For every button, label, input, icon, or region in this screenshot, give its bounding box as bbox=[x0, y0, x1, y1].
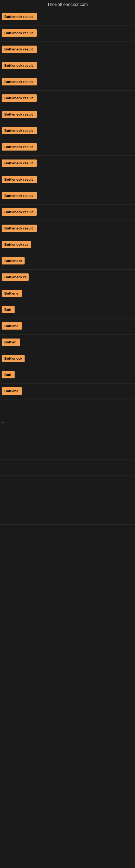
spacer-row-7 bbox=[0, 492, 135, 508]
bottleneck-row: Bottlen bbox=[0, 335, 135, 351]
bottleneck-badge[interactable]: Bottleneck result bbox=[2, 29, 37, 37]
bottleneck-row: Bottleneck res bbox=[0, 237, 135, 253]
bottleneck-badge[interactable]: Bottleneck res bbox=[2, 241, 31, 248]
bottleneck-row: Bottleneck re bbox=[0, 270, 135, 286]
bottleneck-badge[interactable]: Bottleneck result bbox=[2, 45, 37, 53]
bottleneck-row: Bottleneck result bbox=[0, 205, 135, 221]
spacer-row bbox=[0, 400, 135, 416]
bottleneck-badge[interactable]: Bott bbox=[2, 306, 14, 313]
bottleneck-badge[interactable]: Bottleneck bbox=[2, 355, 25, 362]
spacer-row-3 bbox=[0, 427, 135, 443]
bottleneck-badge[interactable]: Bottlene bbox=[2, 290, 22, 297]
bottleneck-row: Bottleneck result bbox=[0, 107, 135, 123]
bottleneck-badge[interactable]: Bottleneck result bbox=[2, 176, 37, 183]
bottleneck-row: Bottleneck result bbox=[0, 123, 135, 140]
bottleneck-row: Bottleneck result bbox=[0, 58, 135, 74]
bottleneck-row: Bottleneck result bbox=[0, 140, 135, 156]
bottleneck-badge[interactable]: Bottleneck result bbox=[2, 78, 37, 86]
bottleneck-badge[interactable]: Bottlene bbox=[2, 322, 22, 330]
bottleneck-badge[interactable]: Bottlene bbox=[2, 388, 22, 395]
site-title: TheBottlenecker.com bbox=[0, 0, 135, 9]
bottleneck-badge[interactable]: Bottleneck result bbox=[2, 159, 37, 167]
bottleneck-row: Bottlene bbox=[0, 383, 135, 400]
bottleneck-row: Bottleneck result bbox=[0, 156, 135, 172]
spacer-row-8 bbox=[0, 508, 135, 525]
spacer-row-2: ... bbox=[0, 416, 135, 427]
bottleneck-row: Bottleneck result bbox=[0, 42, 135, 58]
bottleneck-badge[interactable]: Bottleneck result bbox=[2, 62, 37, 69]
spacer-row-6 bbox=[0, 476, 135, 492]
bottleneck-badge[interactable]: Bottleneck result bbox=[2, 94, 37, 102]
bottleneck-row: Bottleneck result bbox=[0, 221, 135, 237]
page-wrapper: TheBottlenecker.com Bottleneck resultBot… bbox=[0, 0, 135, 541]
bottleneck-badge[interactable]: Bottleneck result bbox=[2, 111, 37, 118]
bottleneck-row: Bottleneck result bbox=[0, 26, 135, 42]
ellipsis: ... bbox=[1, 417, 6, 426]
bottleneck-row: Bottleneck result bbox=[0, 74, 135, 91]
bottleneck-row: Bottleneck bbox=[0, 253, 135, 270]
spacer-row-5 bbox=[0, 460, 135, 476]
bottleneck-row: Bottleneck result bbox=[0, 172, 135, 188]
bottleneck-badge[interactable]: Bottleneck result bbox=[2, 127, 37, 134]
bottleneck-badge[interactable]: Bottleneck result bbox=[2, 143, 37, 151]
spacer-row-4 bbox=[0, 443, 135, 460]
bottleneck-row: Bottlene bbox=[0, 318, 135, 335]
bottleneck-row: Bottleneck bbox=[0, 351, 135, 367]
bottleneck-row: Bottleneck result bbox=[0, 188, 135, 205]
bottleneck-badge[interactable]: Bottleneck result bbox=[2, 192, 37, 199]
bottleneck-badge[interactable]: Bottlen bbox=[2, 339, 20, 346]
bottleneck-row: Bottleneck result bbox=[0, 91, 135, 107]
spacer-row-9 bbox=[0, 525, 135, 541]
bottleneck-badge[interactable]: Bottleneck result bbox=[2, 13, 37, 20]
bottleneck-badge[interactable]: Bottleneck result bbox=[2, 208, 37, 216]
bottleneck-row: Bottlene bbox=[0, 286, 135, 302]
bottleneck-row: Bottleneck result bbox=[0, 9, 135, 26]
bottleneck-row: Bott bbox=[0, 302, 135, 318]
bottleneck-badge[interactable]: Bottleneck result bbox=[2, 225, 37, 232]
bottleneck-badge[interactable]: Bottleneck bbox=[2, 257, 25, 265]
bottleneck-badge[interactable]: Bottleneck re bbox=[2, 273, 29, 281]
bottleneck-row: Bott bbox=[0, 367, 135, 383]
bottleneck-badge[interactable]: Bott bbox=[2, 371, 14, 378]
